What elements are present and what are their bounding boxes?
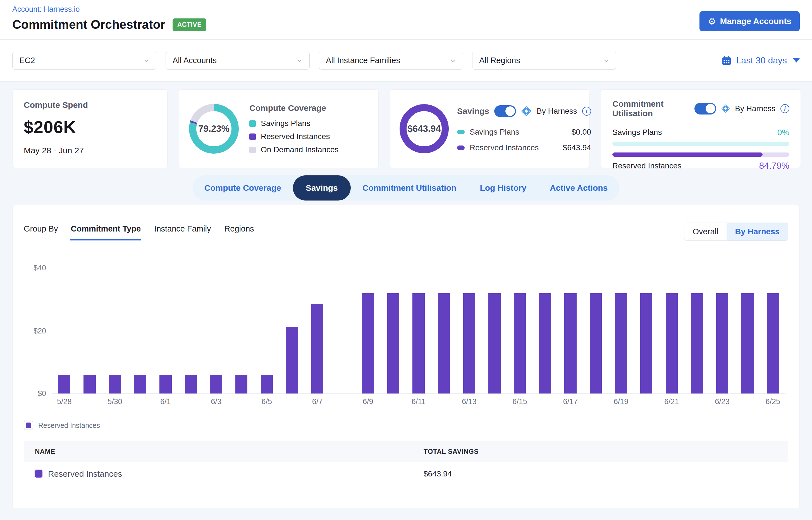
bar-6/21[interactable] xyxy=(666,293,678,393)
bar-slot xyxy=(128,267,153,393)
util-fill-1 xyxy=(612,153,763,157)
segment-overall[interactable]: Overall xyxy=(684,223,727,240)
bar-6/24[interactable] xyxy=(741,293,754,393)
info-icon[interactable]: i xyxy=(582,107,591,115)
bar-6/23[interactable] xyxy=(716,293,729,393)
bar-slot xyxy=(330,267,356,393)
date-range-picker[interactable]: Last 30 days xyxy=(721,55,800,66)
summary-cards: Compute Spend $206K May 28 - Jun 27 79.2… xyxy=(0,82,812,168)
bar-6/4[interactable] xyxy=(235,375,248,393)
bar-6/20[interactable] xyxy=(640,293,653,393)
service-select[interactable]: EC2 xyxy=(12,52,156,70)
bar-slot xyxy=(684,267,710,393)
tab-log-history[interactable]: Log History xyxy=(468,175,538,201)
compute-spend-card: Compute Spend $206K May 28 - Jun 27 xyxy=(12,89,167,168)
compute-coverage-percentage: 79.23% xyxy=(196,111,232,146)
toggle-knob xyxy=(706,104,715,113)
bar-6/15[interactable] xyxy=(514,293,526,393)
by-harness-label: By Harness xyxy=(735,104,776,113)
x-tick-label: 6/13 xyxy=(456,397,482,406)
bar-5/29[interactable] xyxy=(83,375,96,393)
table-row[interactable]: Reserved Instances $643.94 xyxy=(24,462,788,486)
x-tick-label xyxy=(178,397,204,406)
tab-commitment-utilisation[interactable]: Commitment Utilisation xyxy=(351,175,468,201)
accounts-select[interactable]: All Accounts xyxy=(165,52,310,70)
bar-slot xyxy=(735,267,760,393)
bar-slot xyxy=(608,267,634,393)
group-by-regions[interactable]: Regions xyxy=(224,223,254,240)
bar-6/10[interactable] xyxy=(387,293,399,393)
group-by-instance-family[interactable]: Instance Family xyxy=(154,223,211,240)
x-tick-label: 6/3 xyxy=(204,397,229,406)
bar-6/11[interactable] xyxy=(413,293,425,393)
x-tick-label: 6/21 xyxy=(659,397,684,406)
savings-panel: Group By Commitment Type Instance Family… xyxy=(12,205,800,508)
bar-6/16[interactable] xyxy=(539,293,551,393)
harness-logo-icon xyxy=(521,106,532,116)
bar-6/1[interactable] xyxy=(159,375,172,393)
legend-item-on-demand: On Demand Instances xyxy=(250,145,339,154)
reserved-instances-legend-checkbox[interactable] xyxy=(24,421,33,430)
savings-total-value: $643.94 xyxy=(408,124,441,134)
chevron-down-icon xyxy=(603,57,609,64)
tab-active-actions[interactable]: Active Actions xyxy=(538,175,619,201)
bar-6/18[interactable] xyxy=(590,293,602,393)
chevron-down-icon xyxy=(143,57,149,64)
row-label: Savings Plans xyxy=(470,128,519,136)
tab-compute-coverage[interactable]: Compute Coverage xyxy=(193,175,293,201)
account-link[interactable]: Account: Harness.io xyxy=(12,5,206,14)
bar-6/7[interactable] xyxy=(311,304,324,393)
bar-6/6[interactable] xyxy=(286,327,298,393)
bar-slot xyxy=(532,267,558,393)
filter-bar: EC2 All Accounts All Instance Families A… xyxy=(0,40,812,82)
bar-5/28[interactable] xyxy=(58,375,71,393)
bar-6/19[interactable] xyxy=(615,293,627,393)
bar-6/22[interactable] xyxy=(691,293,703,393)
bar-5/30[interactable] xyxy=(109,375,121,393)
util-reserved-instances-label: Reserved Instances xyxy=(612,161,681,171)
tab-savings[interactable]: Savings xyxy=(293,175,351,201)
bar-slot xyxy=(456,267,482,393)
regions-select[interactable]: All Regions xyxy=(472,52,616,70)
manage-accounts-label: Manage Accounts xyxy=(720,17,791,26)
x-tick-label xyxy=(532,397,558,406)
utilisation-by-harness-toggle[interactable] xyxy=(695,103,716,114)
compute-coverage-donut: 79.23% xyxy=(189,104,239,154)
bar-6/5[interactable] xyxy=(261,375,273,393)
instance-families-select[interactable]: All Instance Families xyxy=(319,52,463,70)
group-by-commitment-type[interactable]: Commitment Type xyxy=(70,223,141,240)
row-value: $643.94 xyxy=(563,143,591,152)
bar-6/13[interactable] xyxy=(463,293,475,393)
toggle-knob xyxy=(505,106,515,116)
x-tick-label xyxy=(280,397,305,406)
column-header-total-savings: TOTAL SAVINGS xyxy=(424,448,788,456)
x-tick-label: 6/1 xyxy=(153,397,178,406)
compute-coverage-title: Compute Coverage xyxy=(250,103,339,113)
bar-6/2[interactable] xyxy=(185,375,197,393)
segment-by-harness[interactable]: By Harness xyxy=(727,223,788,240)
bar-5/31[interactable] xyxy=(134,375,146,393)
compute-spend-period: May 28 - Jun 27 xyxy=(24,146,156,155)
accounts-select-value: All Accounts xyxy=(173,56,217,65)
reserved-instances-swatch xyxy=(457,146,465,150)
x-tick-label: 6/25 xyxy=(760,397,786,406)
manage-accounts-button[interactable]: ⚙ Manage Accounts xyxy=(700,11,800,31)
bar-slot xyxy=(356,267,381,393)
bar-slot xyxy=(229,267,254,393)
bar-6/17[interactable] xyxy=(564,293,577,393)
x-tick-label: 6/23 xyxy=(709,397,735,406)
y-tick-20: $20 xyxy=(26,327,46,335)
x-tick-label xyxy=(381,397,406,406)
savings-plans-swatch xyxy=(250,120,256,127)
savings-by-harness-toggle[interactable] xyxy=(494,105,516,117)
bar-6/3[interactable] xyxy=(210,375,222,393)
x-tick-label: 6/5 xyxy=(254,397,280,406)
bar-6/14[interactable] xyxy=(488,293,501,393)
bar-6/25[interactable] xyxy=(767,293,779,393)
column-header-name: NAME xyxy=(24,448,424,456)
bar-6/12[interactable] xyxy=(438,293,450,393)
info-icon[interactable]: i xyxy=(781,104,789,113)
regions-select-value: All Regions xyxy=(479,56,520,65)
bar-6/9[interactable] xyxy=(362,293,374,393)
savings-card: $643.94 Savings By Harness i Savings Pla… xyxy=(390,89,590,168)
